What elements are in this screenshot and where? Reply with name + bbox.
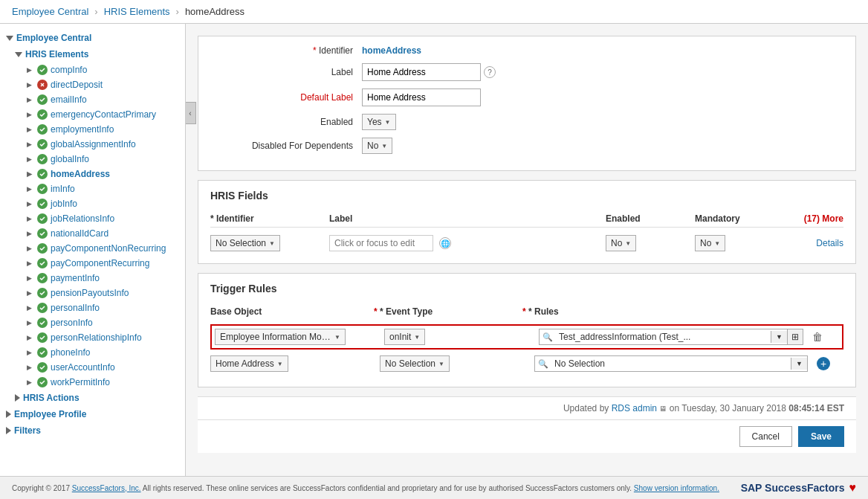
status-icon-workpermit (37, 377, 48, 387)
trigger-row1-base-caret: ▼ (334, 334, 340, 341)
hris-enabled-value: No (611, 238, 622, 248)
breadcrumb-hris-elements[interactable]: HRIS Elements (104, 6, 170, 17)
sidebar-item-label-homeaddress: homeAddress (51, 169, 110, 179)
sidebar-item-label-globalassignment: globalAssignmentInfo (51, 139, 136, 149)
trigger-row2-base-dropdown[interactable]: Home Address ▼ (210, 355, 288, 372)
form-row-disabled-dependents: Disabled For Dependents No ▼ (213, 138, 841, 154)
trigger-row1-grid-button[interactable]: ⊞ (787, 329, 803, 344)
enabled-dropdown[interactable]: Yes ▼ (362, 114, 396, 130)
breadcrumb-sep-1: › (94, 6, 97, 17)
trigger-row2-add-button[interactable]: + (817, 357, 830, 370)
trigger-row1-base-dropdown[interactable]: Employee Information Mode... ▼ (215, 329, 346, 345)
sidebar-item-label-personinfo: personInfo (51, 318, 93, 328)
sidebar-item-directdeposit[interactable]: ▶ directDeposit (0, 77, 185, 92)
sidebar-item-label-globalinfo: globalInfo (51, 154, 89, 164)
sap-logo: SAP SuccessFactors ♥ (741, 481, 856, 495)
label-input[interactable] (362, 63, 481, 81)
form-row-identifier: * Identifier homeAddress (213, 45, 841, 56)
sidebar-item-useraccountinfo[interactable]: ▶ userAccountInfo (0, 360, 185, 375)
default-label-field-label: Default Label (213, 92, 362, 103)
sidebar-item-homeaddress[interactable]: ▶ homeAddress (0, 167, 185, 181)
trigger-row2-event-dropdown[interactable]: No Selection ▼ (380, 355, 450, 372)
footer-date-text: on Tuesday, 30 January 2018 (670, 403, 786, 413)
disabled-dependents-dropdown[interactable]: No ▼ (362, 138, 392, 154)
save-button[interactable]: Save (798, 426, 844, 447)
hris-col-header-id: * Identifier (210, 213, 329, 224)
sidebar-item-paycompnonrecur[interactable]: ▶ payComponentNonRecurring (0, 241, 185, 256)
breadcrumb-employee-central[interactable]: Employee Central (12, 6, 88, 17)
sidebar-item-personrelationship[interactable]: ▶ personRelationshipInfo (0, 330, 185, 345)
sidebar-item-iminfo[interactable]: ▶ imInfo (0, 181, 185, 196)
sidebar-item-pensionpayouts[interactable]: ▶ pensionPayoutsInfo (0, 286, 185, 300)
sidebar-item-personinfo[interactable]: ▶ personInfo (0, 315, 185, 330)
hris-enabled-caret-icon: ▼ (625, 240, 631, 247)
sidebar-item-globalinfo[interactable]: ▶ globalInfo (0, 152, 185, 167)
expand-arrow-globalinfo: ▶ (27, 155, 34, 163)
trigger-row1-delete-button[interactable]: 🗑 (809, 329, 826, 344)
sidebar-item-paycomprecur[interactable]: ▶ payComponentRecurring (0, 256, 185, 271)
sidebar-group-hris-actions[interactable]: HRIS Actions (0, 390, 185, 406)
heart-icon: ♥ (849, 481, 857, 495)
status-icon-globalassignment (37, 139, 48, 149)
disabled-dependents-label: Disabled For Dependents (213, 141, 362, 151)
expand-arrow-nationalid: ▶ (27, 230, 34, 237)
label-field-label: Label (213, 67, 362, 77)
hris-identifier-dropdown-container: No Selection ▼ (210, 235, 329, 251)
footer-user-link[interactable]: RDS admin (612, 403, 657, 413)
expand-arrow-paycomprecur: ▶ (27, 260, 34, 267)
sidebar-item-nationalid[interactable]: ▶ nationalIdCard (0, 226, 185, 241)
trigger-row2-base-col: Home Address ▼ (210, 355, 374, 372)
trigger-row1-rules-caret[interactable]: ▼ (771, 331, 787, 343)
copyright-label: Copyright © 2017 (12, 484, 72, 492)
trigger-row-1: Employee Information Mode... ▼ onInit ▼ … (210, 324, 843, 350)
successfactors-link[interactable]: SuccessFactors, Inc. (72, 484, 141, 492)
sidebar-item-compinfo[interactable]: ▶ compInfo (0, 62, 185, 77)
label-info-icon[interactable]: ? (484, 66, 496, 78)
sidebar-group-employee-central[interactable]: Employee Central (0, 30, 185, 46)
sidebar-item-jobrelations[interactable]: ▶ jobRelationsInfo (0, 211, 185, 226)
sidebar-item-jobinfo[interactable]: ▶ jobInfo (0, 196, 185, 211)
disabled-dependents-value: No (367, 141, 378, 151)
cancel-button[interactable]: Cancel (739, 426, 792, 447)
expand-icon-ec (6, 36, 13, 41)
sidebar-item-personalinfo[interactable]: ▶ personalInfo (0, 300, 185, 315)
hris-mandatory-dropdown[interactable]: No ▼ (695, 235, 725, 251)
default-label-input[interactable] (362, 88, 481, 106)
sidebar-item-globalassignment[interactable]: ▶ globalAssignmentInfo (0, 137, 185, 152)
enabled-value: Yes (367, 117, 382, 127)
hris-label-globe-icon[interactable]: 🌐 (439, 237, 451, 249)
sidebar-item-employmentinfo[interactable]: ▶ employmentInfo (0, 122, 185, 137)
hris-label-input[interactable] (329, 235, 433, 251)
sidebar-collapse-button[interactable]: ‹ (186, 102, 196, 124)
trigger-row2-rules-caret[interactable]: ▼ (791, 358, 807, 370)
sidebar-item-phoneinfo[interactable]: ▶ phoneInfo (0, 345, 185, 360)
form-row-default-label: Default Label (213, 88, 841, 106)
hris-details-link[interactable]: Details (816, 238, 843, 248)
sidebar-item-paymentinfo[interactable]: ▶ paymentInfo (0, 271, 185, 286)
sidebar-group-hris-elements[interactable]: HRIS Elements (0, 46, 185, 62)
hris-enabled-dropdown[interactable]: No ▼ (606, 235, 636, 251)
sidebar-item-label-employment: employmentInfo (51, 124, 114, 135)
breadcrumb-sep-2: › (176, 6, 179, 17)
sidebar-group-employee-profile[interactable]: Employee Profile (0, 406, 185, 422)
status-icon-compinfo (37, 65, 48, 75)
trigger-row1-event-dropdown[interactable]: onInit ▼ (384, 329, 425, 345)
trigger-row2-rules-col: 🔍 No Selection ▼ (534, 355, 808, 372)
sidebar-item-workpermit[interactable]: ▶ workPermitInfo (0, 375, 185, 390)
status-icon-iminfo (37, 184, 48, 194)
sidebar-item-emergencycontact[interactable]: ▶ emergencyContactPrimary (0, 107, 185, 122)
sidebar-item-label-pensionpayouts: pensionPayoutsInfo (51, 288, 129, 298)
hris-col-header-more[interactable]: (17) More (784, 213, 843, 224)
trigger-row1-base-value: Employee Information Mode... (220, 332, 331, 342)
hris-identifier-dropdown[interactable]: No Selection ▼ (210, 235, 280, 251)
hris-fields-title: HRIS Fields (210, 190, 843, 205)
trigger-rules-section: Trigger Rules Base Object * * Event Type… (198, 273, 856, 387)
sidebar-group-filters-label: Filters (14, 425, 41, 436)
trigger-row-2: Home Address ▼ No Selection ▼ 🔍 N (210, 355, 843, 372)
expand-icon-filters (6, 427, 11, 434)
status-icon-directdeposit (37, 80, 48, 90)
trigger-rules-title: Trigger Rules (210, 283, 843, 297)
show-version-link[interactable]: Show version information. (634, 484, 719, 492)
sidebar-item-emailinfo[interactable]: ▶ emailInfo (0, 92, 185, 107)
sidebar-group-filters[interactable]: Filters (0, 422, 185, 439)
